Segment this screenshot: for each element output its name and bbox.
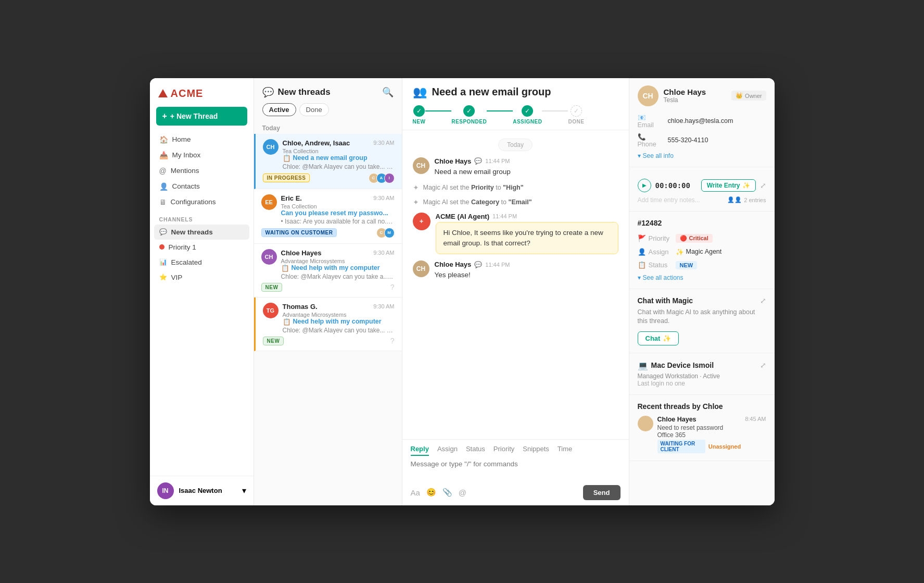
ticket-row-status: 📋 Status NEW — [638, 258, 766, 272]
timer-section: ▶ 00:00:00 Write Entry ✨ ⤢ Add time entr… — [629, 167, 775, 212]
tab-active[interactable]: Active — [262, 103, 296, 116]
device-title-row: 💻 Mac Device Ismoil — [638, 361, 714, 370]
step-label-new: NEW — [413, 119, 426, 125]
chat-magic-button[interactable]: Chat ✨ — [638, 331, 679, 345]
sidebar-item-new-threads[interactable]: 💬 New threads — [154, 225, 249, 240]
thread-time: 9:30 AM — [373, 250, 394, 256]
channel-label: Priority 1 — [169, 243, 196, 251]
user-menu[interactable]: IN Isaac Newton ▾ — [150, 476, 254, 505]
mention-icon[interactable]: @ — [459, 488, 466, 497]
contact-name: Chloe Hays — [664, 88, 706, 96]
tab-assign[interactable]: Assign — [437, 445, 458, 456]
reply-box: Reply Assign Status Priority Snippets Ti… — [402, 439, 629, 505]
expand-icon[interactable]: ⤢ — [760, 361, 766, 369]
new-thread-button[interactable]: + + New Thread — [156, 107, 247, 126]
channel-label: New threads — [171, 228, 213, 236]
avatar: I — [384, 173, 395, 183]
recent-threads-title: Recent threads by Chloe — [638, 402, 766, 411]
message-input[interactable] — [411, 460, 621, 479]
sidebar-item-configurations[interactable]: 🖥 Configurations — [154, 194, 249, 210]
attachment-icon[interactable]: 📎 — [442, 488, 452, 497]
chat-tag-icon: 💬 — [474, 261, 482, 268]
tab-status[interactable]: Status — [466, 445, 485, 456]
status-badge: WAITING ON CUSTOMER — [261, 228, 337, 237]
person-icon: 👤 — [638, 248, 646, 256]
write-entry-button[interactable]: Write Entry ✨ — [701, 179, 756, 192]
tab-done[interactable]: Done — [299, 103, 329, 116]
logo-triangle-icon — [158, 89, 168, 97]
thread-info: Chloe, Andrew, Isaac 9:30 AM Tea Collect… — [283, 139, 395, 170]
emoji-icon[interactable]: 😊 — [426, 488, 436, 497]
avatar: CH — [413, 157, 429, 174]
progress-track: ✓ NEW ✓ RESPONDED ✓ ASSIGNED ✓ DONE — [413, 105, 618, 125]
sidebar-nav: 🏠 Home 📥 My Inbox @ Mentions 👤 Contacts … — [150, 132, 254, 476]
ticket-row-priority: 🚩 Priority 🔴 Critical — [638, 231, 766, 245]
sidebar-item-contacts[interactable]: 👤 Contacts — [154, 179, 249, 194]
red-dot-icon — [159, 244, 164, 250]
expand-icon[interactable]: ⤢ — [760, 296, 766, 305]
magic-icon: ✦ — [413, 183, 419, 192]
thread-list-title: 💬 New threads — [262, 86, 331, 98]
question-icon: ? — [390, 337, 395, 345]
thread-from: Chloe, Andrew, Isaac — [283, 139, 350, 147]
tab-reply[interactable]: Reply — [411, 445, 429, 456]
reply-toolbar: Aa 😊 📎 @ Send — [411, 485, 621, 500]
sidebar-item-mentions[interactable]: @ Mentions — [154, 163, 249, 179]
sidebar-item-inbox[interactable]: 📥 My Inbox — [154, 147, 249, 163]
status-badge: NEW — [676, 261, 698, 269]
see-all-info-link[interactable]: ▾ See all info — [638, 152, 766, 159]
tab-priority[interactable]: Priority — [493, 445, 514, 456]
write-entry-label: Write Entry — [707, 182, 740, 189]
chat-text: Need a new email group — [435, 167, 618, 177]
step-circle-responded: ✓ — [463, 105, 475, 117]
magic-sparkle-icon: ✨ — [742, 182, 750, 189]
tab-snippets[interactable]: Snippets — [523, 445, 549, 456]
tab-time[interactable]: Time — [558, 445, 572, 456]
see-all-actions-link[interactable]: ▾ See all actions — [638, 274, 766, 281]
expand-icon[interactable]: ⤢ — [760, 181, 766, 190]
play-button[interactable]: ▶ — [638, 179, 651, 192]
chat-sender: Chloe Hays — [435, 157, 472, 165]
status-badge: NEW — [263, 337, 284, 345]
status-badge: IN PROGRESS — [263, 173, 310, 182]
system-text: Magic AI set the Category to "Email" — [423, 199, 532, 206]
chat-bubble: Chloe Hays 💬 11:44 PM Yes please! — [435, 261, 618, 280]
table-row[interactable]: TG Thomas G. 9:30 AM Advantage Microsyst… — [254, 297, 402, 351]
inbox-icon: 📥 — [159, 151, 168, 159]
step-connector — [542, 110, 568, 111]
table-row[interactable]: CH Chloe Hayes 9:30 AM Advantage Microsy… — [254, 244, 402, 297]
table-row[interactable]: EE Eric E. 9:30 AM Tea Collection Can yo… — [254, 189, 402, 244]
critical-icon: 🔴 — [680, 235, 687, 242]
thread-from: Thomas G. — [283, 303, 318, 311]
device-section: 💻 Mac Device Ismoil ⤢ Managed Workstatio… — [629, 353, 775, 395]
magic-icon: ✦ — [413, 198, 419, 206]
reply-tabs: Reply Assign Status Priority Snippets Ti… — [411, 445, 621, 456]
chat-meta: Chloe Hays 💬 11:44 PM — [435, 261, 618, 268]
assign-label: 👤 Assign — [638, 248, 672, 256]
home-icon: 🏠 — [159, 135, 168, 144]
subject-icon: 📋 — [281, 264, 289, 272]
list-item[interactable]: Chloe Hayes Need to reset password Offic… — [638, 416, 766, 453]
thread-subject: 📋 Need a new email group — [283, 154, 395, 162]
system-text: Magic AI set the Priority to "High" — [423, 184, 524, 191]
avatar: EE — [261, 194, 277, 210]
reply-tools: Aa 😊 📎 @ — [411, 488, 467, 497]
timer-value: 00:00:00 — [655, 181, 697, 190]
send-button[interactable]: Send — [583, 485, 621, 500]
font-icon[interactable]: Aa — [411, 488, 420, 497]
chevron-down-icon: ▾ — [242, 486, 246, 495]
table-row[interactable]: CH Chloe, Andrew, Isaac 9:30 AM Tea Coll… — [254, 134, 402, 189]
sidebar-item-escalated[interactable]: 📊 Escalated — [154, 255, 249, 270]
thread-list: 💬 New threads 🔍 Active Done Today CH Chl… — [254, 78, 402, 505]
search-icon[interactable]: 🔍 — [382, 86, 394, 98]
sidebar: ACME + + New Thread 🏠 Home 📥 My Inbox @ … — [150, 78, 254, 505]
sidebar-item-priority-1[interactable]: Priority 1 — [154, 240, 249, 255]
sidebar-item-label: Mentions — [171, 167, 199, 175]
contact-details: Chloe Hays Tesla — [664, 88, 706, 104]
app-container: ACME + + New Thread 🏠 Home 📥 My Inbox @ … — [150, 78, 775, 505]
sidebar-item-home[interactable]: 🏠 Home — [154, 132, 249, 147]
sidebar-item-vip[interactable]: ⭐ VIP — [154, 270, 249, 285]
thread-from: Eric E. — [281, 194, 302, 202]
owner-label: Owner — [745, 93, 762, 99]
thread-info: Chloe Hayes 9:30 AM Advantage Microsyste… — [281, 249, 395, 280]
